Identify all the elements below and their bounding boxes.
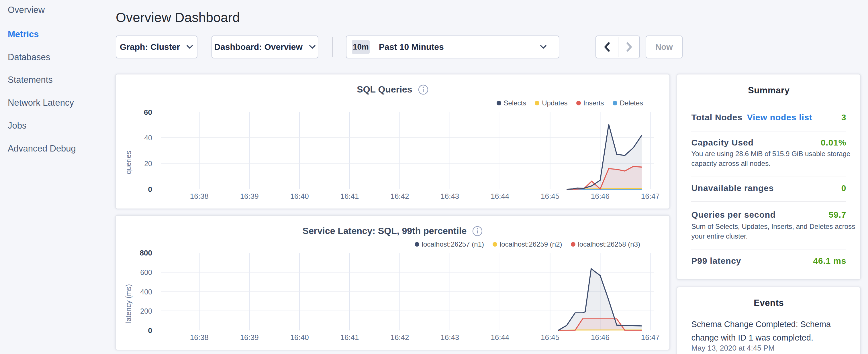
svg-text:0: 0 [148,326,152,335]
svg-text:latency (ms): latency (ms) [124,284,132,323]
svg-text:600: 600 [140,268,152,277]
svg-text:16:38: 16:38 [190,192,209,200]
svg-text:60: 60 [144,108,152,116]
svg-text:20: 20 [144,160,152,167]
svg-text:200: 200 [140,307,152,315]
svg-text:16:38: 16:38 [190,333,209,342]
svg-text:16:41: 16:41 [340,333,359,342]
svg-text:queries: queries [124,151,132,174]
svg-text:16:46: 16:46 [591,192,610,200]
svg-text:16:39: 16:39 [240,333,259,342]
svg-text:400: 400 [140,288,152,296]
svg-text:16:43: 16:43 [440,333,459,342]
svg-text:16:40: 16:40 [290,333,309,342]
svg-text:16:44: 16:44 [491,192,509,200]
svg-text:0: 0 [148,185,152,194]
svg-text:16:43: 16:43 [440,192,459,200]
svg-text:16:47: 16:47 [641,192,660,200]
svg-text:800: 800 [140,249,152,257]
svg-text:16:39: 16:39 [240,192,259,200]
svg-text:16:46: 16:46 [591,333,610,342]
svg-text:16:44: 16:44 [491,333,509,342]
svg-text:16:45: 16:45 [541,192,559,200]
svg-text:16:47: 16:47 [641,333,660,342]
svg-text:16:42: 16:42 [390,192,409,200]
svg-text:16:40: 16:40 [290,192,309,200]
svg-text:40: 40 [144,133,152,141]
svg-text:16:42: 16:42 [390,333,409,342]
svg-text:16:45: 16:45 [541,333,559,342]
svg-text:16:41: 16:41 [340,192,359,200]
